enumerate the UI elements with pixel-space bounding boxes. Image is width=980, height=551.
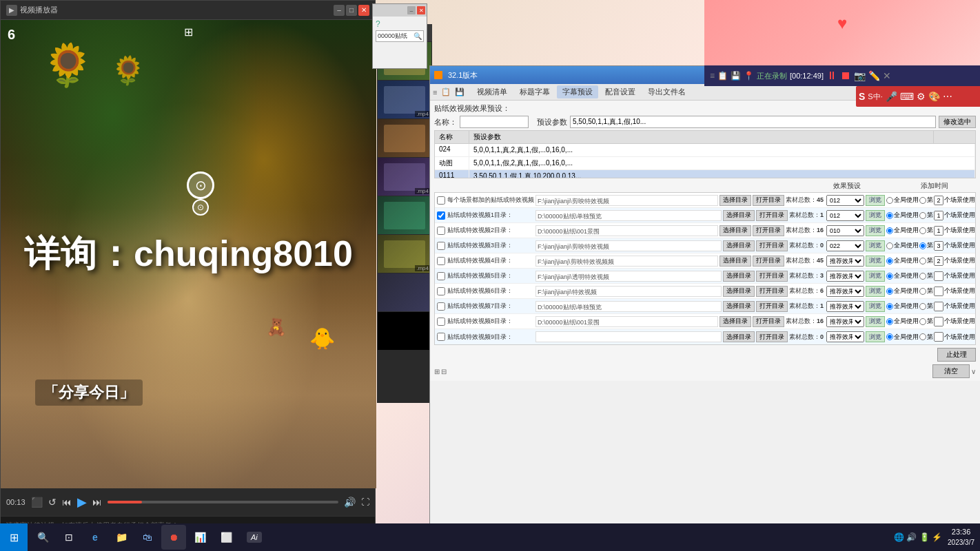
config-radio-scene-9[interactable] — [919, 333, 926, 340]
config-view-btn-6[interactable]: 浏览 — [866, 286, 885, 297]
progress-bar[interactable] — [108, 501, 338, 503]
clear-button[interactable]: 清空 — [932, 364, 970, 378]
config-radio-global-4[interactable] — [886, 258, 893, 264]
config-scene-num-1[interactable] — [934, 211, 943, 220]
config-radio-global-2[interactable] — [886, 227, 893, 234]
config-scene-num-5[interactable] — [934, 271, 943, 281]
config-view-btn-9[interactable]: 浏览 — [866, 331, 885, 342]
taskbar-excel-icon[interactable]: 📊 — [187, 525, 212, 550]
config-preset-select-3[interactable]: 022 — [826, 240, 864, 251]
config-scene-num-2[interactable] — [934, 226, 943, 236]
thumbnail-item-2[interactable]: .mp4 — [378, 81, 431, 118]
config-radio-global-5[interactable] — [886, 273, 893, 280]
config-select-btn-9[interactable]: 选择目录 — [723, 331, 755, 342]
config-preset-select-6[interactable]: 推荐效果 — [826, 286, 864, 297]
config-preset-select-1[interactable]: 012 — [826, 210, 864, 221]
config-view-btn-8[interactable]: 浏览 — [866, 316, 885, 327]
config-select-btn-8[interactable]: 选择目录 — [719, 316, 751, 327]
small-minimize-button[interactable]: – — [407, 6, 416, 14]
config-preset-select-4[interactable]: 推荐效果 — [826, 256, 864, 267]
config-checkbox-7[interactable] — [437, 302, 445, 311]
config-checkbox-1[interactable] — [437, 211, 445, 220]
config-radio-scene-4[interactable] — [919, 258, 926, 264]
minimize-button[interactable]: – — [334, 5, 345, 16]
rec-menu-video-list[interactable]: 视频清单 — [471, 85, 513, 98]
preset-row-dongtou[interactable]: 动图 5,0,0,1,1,假,2,真,1,假,...0,16,0,... — [435, 157, 975, 170]
modify-selected-button[interactable]: 修改选中 — [939, 116, 976, 128]
config-radio-global-0[interactable] — [886, 197, 893, 204]
config-open-btn-4[interactable]: 打开目录 — [753, 256, 784, 267]
config-select-btn-7[interactable]: 选择目录 — [723, 301, 755, 312]
taskbar-search-icon[interactable]: 🔍 — [30, 525, 55, 550]
stop-process-button[interactable]: 止处理 — [937, 348, 976, 362]
close-button[interactable]: ✕ — [358, 5, 369, 16]
config-view-btn-0[interactable]: 浏览 — [866, 195, 885, 206]
ai-label[interactable]: Ai — [247, 532, 262, 543]
config-radio-global-9[interactable] — [886, 333, 893, 340]
taskbar-explorer-icon[interactable]: 📁 — [109, 525, 134, 550]
play-button[interactable]: ▶ — [77, 495, 87, 510]
config-scene-num-0[interactable] — [934, 196, 943, 205]
start-button[interactable]: ⊞ — [0, 523, 28, 551]
settings-button[interactable]: ↺ — [48, 497, 57, 508]
rec-menu-audio-settings[interactable]: 配音设置 — [600, 85, 641, 98]
config-radio-scene-2[interactable] — [919, 227, 926, 234]
config-checkbox-3[interactable] — [437, 242, 445, 250]
small-window-search-icon[interactable]: 🔍 — [414, 32, 422, 40]
small-close-button[interactable]: ✕ — [417, 6, 425, 14]
preset-name-input[interactable] — [460, 116, 529, 128]
thumbnail-item-5[interactable] — [378, 196, 431, 234]
config-scene-num-6[interactable] — [934, 287, 943, 296]
rec-pause-button[interactable]: ⏸ — [826, 70, 837, 82]
config-select-btn-2[interactable]: 选择目录 — [719, 225, 751, 236]
sogou-settings-icon[interactable]: ⚙ — [917, 91, 926, 102]
rec-menu-title-subtitle[interactable]: 标题字幕 — [514, 85, 555, 98]
taskbar-store-icon[interactable]: 🛍 — [135, 525, 160, 550]
rec-camera-icon[interactable]: 📷 — [854, 70, 866, 81]
config-select-btn-4[interactable]: 选择目录 — [719, 256, 751, 267]
maximize-button[interactable]: □ — [346, 5, 357, 16]
config-preset-select-7[interactable]: 推荐效果 — [826, 301, 864, 312]
expand-icon[interactable]: ⊞ — [184, 25, 193, 39]
config-radio-scene-1[interactable] — [919, 212, 926, 219]
preset-value-input[interactable] — [570, 116, 936, 128]
config-select-btn-3[interactable]: 选择目录 — [723, 240, 755, 251]
config-checkbox-0[interactable] — [437, 196, 445, 205]
sogou-more-icon[interactable]: ⋯ — [943, 91, 952, 102]
config-open-btn-8[interactable]: 打开目录 — [753, 316, 784, 327]
rec-stop-button[interactable]: ⏹ — [840, 70, 851, 82]
config-checkbox-8[interactable] — [437, 318, 445, 326]
config-radio-global-6[interactable] — [886, 288, 893, 295]
config-open-btn-0[interactable]: 打开目录 — [753, 195, 784, 206]
config-radio-global-7[interactable] — [886, 303, 893, 310]
config-view-btn-7[interactable]: 浏览 — [866, 301, 885, 312]
config-preset-select-5[interactable]: 推荐效果 — [826, 271, 864, 282]
config-checkbox-2[interactable] — [437, 227, 445, 235]
config-radio-scene-7[interactable] — [919, 303, 926, 310]
config-open-btn-6[interactable]: 打开目录 — [756, 286, 788, 297]
config-preset-select-9[interactable]: 推荐效果 — [826, 331, 864, 342]
thumbnail-item-7[interactable] — [378, 273, 431, 311]
config-view-btn-5[interactable]: 浏览 — [866, 271, 885, 282]
taskbar-recording-icon[interactable]: ⏺ — [161, 525, 186, 550]
config-scene-num-9[interactable] — [934, 332, 943, 342]
config-checkbox-9[interactable] — [437, 333, 445, 341]
config-radio-scene-0[interactable] — [919, 197, 926, 204]
rec-close-icon[interactable]: ✕ — [883, 70, 891, 81]
config-preset-select-8[interactable]: 推荐效果 — [826, 316, 864, 327]
config-open-btn-5[interactable]: 打开目录 — [756, 271, 788, 282]
fullscreen-button[interactable]: ⛶ — [361, 497, 369, 507]
config-select-btn-6[interactable]: 选择目录 — [723, 286, 755, 297]
rec-edit-icon[interactable]: ✏️ — [868, 70, 880, 81]
config-open-btn-7[interactable]: 打开目录 — [756, 301, 788, 312]
preset-row-0111[interactable]: 0111 3,50,50,1,1,假,1,真,10,200,0,0,13... — [435, 170, 975, 178]
config-checkbox-5[interactable] — [437, 272, 445, 280]
rec-menu-export-filename[interactable]: 导出文件名 — [642, 85, 691, 98]
thumbnail-item-4[interactable]: .mp4 — [378, 158, 431, 196]
prev-button[interactable]: ⏮ — [62, 497, 72, 508]
config-select-btn-1[interactable]: 选择目录 — [723, 210, 755, 221]
thumbnail-item-3[interactable] — [378, 119, 431, 157]
sogou-skin-icon[interactable]: 🎨 — [928, 91, 940, 102]
config-radio-global-8[interactable] — [886, 318, 893, 325]
config-radio-scene-5[interactable] — [919, 273, 926, 280]
